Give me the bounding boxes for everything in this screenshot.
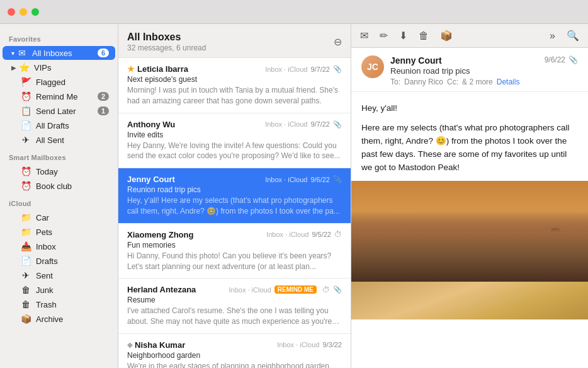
trash-icon: 🗑 (20, 299, 31, 309)
detail-toolbar: ✉ ✏ ⬇ 🗑 📦 » 🔍 (351, 24, 588, 48)
sidebar-item-all-inboxes[interactable]: ▾ ✉ All Inboxes 6 (3, 46, 115, 60)
pets-icon: 📁 (20, 227, 31, 237)
paperclip-icon: 📎 (333, 120, 342, 129)
move-icon[interactable]: 📦 (440, 30, 453, 42)
sidebar-item-label: Book club (36, 181, 109, 191)
remind-me-badge: REMIND ME (274, 285, 317, 294)
paperclip-icon: 📎 (333, 175, 342, 183)
email-item[interactable]: Anthony Wu Inbox · iCloud 9/7/22 📎 Invit… (118, 113, 351, 169)
sidebar-item-archive[interactable]: 📦 Archive (3, 312, 115, 326)
sidebar-section-icloud: iCloud (0, 193, 118, 210)
sidebar-item-all-sent[interactable]: ✈ All Sent (3, 133, 115, 147)
sidebar-item-remind-me[interactable]: ⏰ Remind Me 2 (3, 89, 115, 103)
paperclip-icon: 📎 (568, 55, 578, 64)
cc-value: & 2 more (462, 78, 493, 86)
email-item[interactable]: ◆ Nisha Kumar Inbox · iCloud 9/3/22 Neig… (118, 334, 351, 368)
sidebar-item-inbox[interactable]: 📥 Inbox (3, 239, 115, 253)
email-item[interactable]: Xiaomeng Zhong Inbox · iCloud 9/5/22 ⏱ F… (118, 224, 351, 279)
email-date: 9/7/22 (310, 120, 330, 128)
avatar: JC (361, 55, 384, 78)
email-meta: Inbox · iCloud 9/6/22 📎 (265, 175, 342, 183)
sidebar-item-label: Car (36, 213, 109, 222)
sidebar-item-flagged[interactable]: 🚩 Flagged (3, 75, 115, 89)
book-club-icon: ⏰ (20, 181, 31, 191)
sidebar-section-favorites: Favorites (0, 29, 118, 45)
trash-icon[interactable]: 🗑 (419, 30, 429, 42)
archive-icon: 📦 (20, 314, 31, 324)
sidebar-item-car[interactable]: 📁 Car (3, 210, 115, 224)
email-inbox: Inbox · iCloud (265, 120, 307, 128)
sidebar-item-vips[interactable]: ▶ ⭐ VIPs (3, 60, 115, 74)
email-meta: Inbox · iCloud REMIND ME ⏱ 📎 (229, 285, 342, 294)
email-items: ★ Leticia Ibarra Inbox · iCloud 9/7/22 📎… (118, 58, 351, 368)
minimize-button[interactable] (20, 8, 27, 16)
email-sender: ★ Leticia Ibarra (127, 64, 265, 74)
email-meta: Inbox · iCloud 9/5/22 ⏱ (266, 230, 342, 239)
sidebar-item-label: All Sent (36, 135, 109, 145)
compose-icon[interactable]: ✏ (380, 30, 388, 42)
archive-icon[interactable]: ⬇ (399, 30, 407, 42)
sidebar-item-all-drafts[interactable]: 📄 All Drafts (3, 118, 115, 132)
email-subject: Invite edits (127, 130, 342, 139)
maximize-button[interactable] (31, 8, 39, 16)
main-layout: Favorites ▾ ✉ All Inboxes 6 ▶ ⭐ VIPs 🚩 F… (0, 24, 588, 368)
sidebar-item-badge: 2 (98, 92, 109, 101)
email-item[interactable]: Herland Antezana Inbox · iCloud REMIND M… (118, 279, 351, 334)
sidebar-item-send-later[interactable]: 📋 Send Later 1 (3, 104, 115, 118)
sidebar-item-label: All Inboxes (32, 49, 98, 58)
chevron-icon: ▶ (11, 64, 16, 71)
to-name: Danny Rico (404, 78, 443, 86)
email-preview: Hey Danny, We're loving the invite! A fe… (127, 141, 342, 162)
sidebar-item-trash[interactable]: 🗑 Trash (3, 297, 115, 311)
drafts-icon: 📄 (20, 256, 31, 266)
sidebar-item-label: Pets (36, 227, 109, 237)
email-preview: Hey, y'all! Here are my selects (that's … (127, 195, 342, 217)
email-subject: Next episode's guest (127, 75, 342, 84)
email-item[interactable]: Jenny Court Inbox · iCloud 9/6/22 📎 Reun… (118, 168, 351, 224)
sidebar-item-book-club[interactable]: ⏰ Book club (3, 179, 115, 193)
draft-icon: ⏱ (322, 285, 330, 294)
details-link[interactable]: Details (497, 78, 520, 86)
email-inbox: Inbox · iCloud (277, 341, 319, 348)
email-item[interactable]: ★ Leticia Ibarra Inbox · iCloud 9/7/22 📎… (118, 58, 351, 113)
sidebar-item-sent[interactable]: ✈ Sent (3, 268, 115, 282)
filter-icon[interactable]: ⊖ (334, 36, 342, 48)
sidebar-item-today[interactable]: ⏰ Today (3, 164, 115, 178)
send-later-icon: 📋 (20, 106, 31, 116)
sidebar-item-label: Flagged (36, 78, 109, 87)
detail-pane: ✉ ✏ ⬇ 🗑 📦 » 🔍 JC Jenny Court Reunion roa… (351, 24, 588, 368)
sidebar-item-label: VIPs (34, 63, 109, 72)
traffic-lights (8, 8, 39, 16)
email-subject: Resume (127, 296, 342, 304)
sidebar-item-drafts[interactable]: 📄 Drafts (3, 254, 115, 268)
car-icon: 📁 (20, 212, 31, 222)
sidebar-item-junk[interactable]: 🗑 Junk (3, 283, 115, 297)
close-button[interactable] (8, 8, 15, 16)
more-icon[interactable]: » (550, 30, 555, 42)
photo-attachment-preview (351, 181, 588, 319)
vip-diamond-icon: ◆ (127, 341, 132, 349)
photo-landscape (351, 181, 588, 282)
mail-icon[interactable]: ✉ (360, 30, 368, 42)
sidebar-item-label: Today (36, 167, 109, 176)
email-subject: Fun memories (127, 241, 342, 250)
email-list-header: All Inboxes 32 messages, 6 unread ⊖ (118, 24, 351, 58)
today-icon: ⏰ (20, 166, 31, 176)
email-preview: We're in the early stages of planning a … (127, 361, 342, 368)
sidebar-item-label: Inbox (36, 242, 109, 251)
email-list-subtitle: 32 messages, 6 unread (127, 43, 206, 52)
search-icon[interactable]: 🔍 (567, 30, 579, 42)
email-sender: Anthony Wu (127, 120, 265, 129)
flagged-icon: 🚩 (20, 77, 31, 87)
email-meta: Inbox · iCloud 9/7/22 📎 (265, 120, 342, 129)
sidebar-item-label: Sent (36, 271, 109, 280)
all-drafts-icon: 📄 (20, 120, 31, 130)
email-date: 9/7/22 (310, 66, 330, 73)
email-subject: Reunion road trip pics (127, 185, 342, 194)
inbox-icon: 📥 (20, 241, 31, 251)
sidebar-item-badge: 6 (98, 49, 109, 57)
junk-icon: 🗑 (20, 285, 31, 295)
email-preview: Morning! I was put in touch with Tania b… (127, 85, 342, 106)
sidebar-item-pets[interactable]: 📁 Pets (3, 225, 115, 239)
email-sender: Herland Antezana (127, 285, 229, 294)
